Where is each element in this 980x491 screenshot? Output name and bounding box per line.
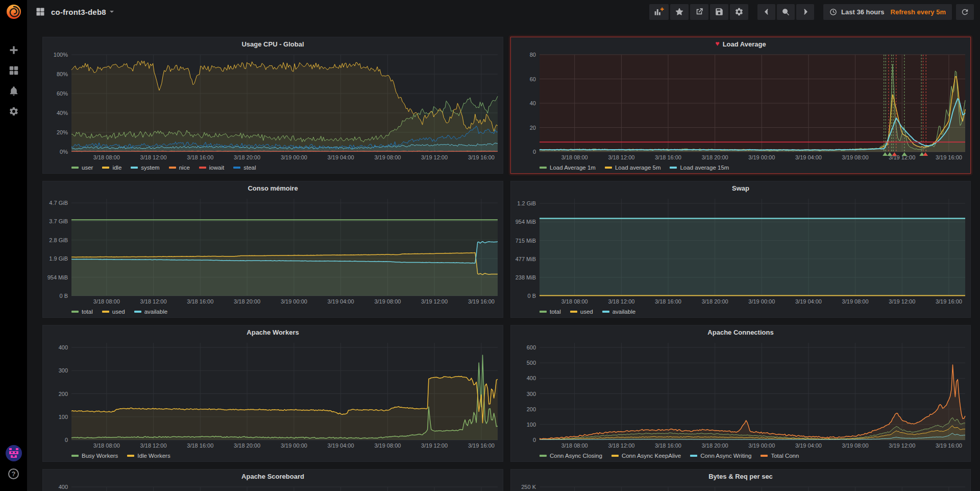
panel-title-bytes-req[interactable]: Bytes & Req per sec	[511, 470, 970, 483]
legend-item[interactable]: Load average 15m	[670, 165, 729, 171]
panel-title-usage-cpu[interactable]: Usage CPU - Global	[43, 37, 503, 51]
grafana-logo-icon[interactable]	[0, 0, 27, 24]
apache-scoreboard-chart[interactable]: 4003/18 08:003/18 12:003/18 16:003/18 20…	[43, 483, 503, 491]
panel-title-memory[interactable]: Conso mémoire	[43, 181, 503, 195]
svg-text:3/19 16:00: 3/19 16:00	[936, 298, 962, 305]
legend-series-color	[540, 455, 547, 457]
svg-text:3/19 08:00: 3/19 08:00	[842, 298, 869, 305]
time-back-button[interactable]	[757, 4, 775, 20]
swap-legend: totalusedavailable	[511, 306, 970, 317]
svg-text:20: 20	[530, 125, 536, 131]
legend-series-label: idle	[112, 165, 121, 171]
refresh-button[interactable]	[956, 4, 974, 20]
add-panel-button[interactable]	[649, 4, 669, 20]
apache-workers-chart[interactable]: 01002003004003/18 08:003/18 12:003/18 16…	[43, 339, 503, 450]
legend-item[interactable]: idle	[102, 165, 121, 171]
swap-chart[interactable]: 0 B238 MiB477 MiB715 MiB954 MiB1.2 GiB3/…	[511, 195, 970, 306]
panel-bytes-req: Bytes & Req per sec 250 K3/18 08:003/18 …	[510, 469, 971, 491]
legend-series-color	[102, 311, 109, 313]
share-button[interactable]	[690, 4, 708, 20]
cpu-chart[interactable]: 0%20%40%60%80%100%3/18 08:003/18 12:003/…	[43, 51, 503, 162]
dashboards-grid-icon[interactable]	[0, 60, 27, 81]
legend-item[interactable]: Conn Async Closing	[540, 453, 602, 459]
dashboard-title[interactable]: co-front3-deb8	[51, 8, 106, 16]
svg-text:3/19 00:00: 3/19 00:00	[748, 298, 775, 305]
panel-title-load-average[interactable]: ♥ Load Average	[511, 37, 970, 51]
svg-text:3/18 08:00: 3/18 08:00	[561, 154, 588, 160]
svg-text:200: 200	[59, 391, 68, 397]
zoom-out-button[interactable]	[777, 4, 795, 20]
svg-text:3/19 00:00: 3/19 00:00	[748, 442, 775, 449]
legend-series-label: total	[82, 309, 93, 315]
legend-series-color	[670, 167, 677, 169]
help-icon[interactable]: ?	[0, 463, 27, 484]
legend-item[interactable]: available	[134, 309, 167, 315]
time-forward-button[interactable]	[796, 4, 814, 20]
legend-item[interactable]: user	[71, 165, 93, 171]
legend-item[interactable]: iowait	[199, 165, 224, 171]
time-picker-button[interactable]: Last 36 hours Refresh every 5m	[823, 4, 952, 20]
save-button[interactable]	[710, 4, 728, 20]
svg-text:300: 300	[59, 367, 68, 373]
svg-text:3/19 08:00: 3/19 08:00	[842, 442, 869, 449]
panel-apache-connections: Apache Connections 01002003004005006003/…	[510, 325, 971, 462]
legend-series-color	[127, 455, 134, 457]
legend-item[interactable]: Conn Async KeepAlive	[611, 453, 681, 459]
memory-chart[interactable]: 0 B954 MiB1.9 GiB2.8 GiB3.7 GiB4.7 GiB3/…	[43, 195, 503, 306]
legend-item[interactable]: used	[570, 309, 593, 315]
svg-text:3/18 12:00: 3/18 12:00	[140, 298, 167, 305]
chevron-down-icon[interactable]	[110, 11, 114, 13]
legend-item[interactable]: used	[102, 309, 125, 315]
svg-text:100: 100	[527, 422, 536, 428]
star-button[interactable]	[670, 4, 689, 20]
svg-text:954 MiB: 954 MiB	[516, 219, 536, 225]
legend-series-label: Idle Workers	[137, 453, 170, 459]
svg-text:3/19 12:00: 3/19 12:00	[421, 442, 448, 449]
svg-text:3/19 00:00: 3/19 00:00	[281, 442, 307, 449]
legend-series-color	[134, 311, 141, 313]
panel-title-apache-workers[interactable]: Apache Workers	[43, 325, 503, 339]
svg-text:3/18 12:00: 3/18 12:00	[608, 442, 634, 449]
alerting-bell-icon[interactable]	[0, 81, 27, 101]
legend-item[interactable]: Conn Async Writing	[690, 453, 751, 459]
bytes-req-chart[interactable]: 250 K3/18 08:003/18 12:003/18 16:003/18 …	[511, 483, 970, 491]
apache-connections-chart[interactable]: 01002003004005006003/18 08:003/18 12:003…	[511, 339, 970, 450]
svg-text:477 MiB: 477 MiB	[516, 256, 536, 262]
svg-text:40%: 40%	[57, 110, 68, 116]
legend-item[interactable]: system	[131, 165, 159, 171]
panel-title-apache-scoreboard[interactable]: Apache Scoreboard	[43, 470, 503, 483]
add-menu-icon[interactable]	[0, 40, 27, 60]
legend-item[interactable]: Total Conn	[761, 453, 799, 459]
svg-text:3/18 12:00: 3/18 12:00	[140, 442, 167, 449]
legend-item[interactable]: total	[540, 309, 561, 315]
svg-text:3/19 00:00: 3/19 00:00	[281, 298, 307, 305]
load-average-chart[interactable]: 0204060803/18 08:003/18 12:003/18 16:003…	[511, 51, 970, 162]
user-avatar[interactable]	[0, 443, 27, 463]
legend-series-color	[611, 455, 619, 457]
dashboard-squares-icon[interactable]	[35, 7, 45, 17]
svg-text:3/19 04:00: 3/19 04:00	[328, 442, 354, 449]
panel-usage-cpu: Usage CPU - Global 0%20%40%60%80%100%3/1…	[42, 37, 503, 174]
legend-item[interactable]: Idle Workers	[127, 453, 170, 459]
panel-title-apache-connections[interactable]: Apache Connections	[511, 325, 970, 339]
legend-series-label: used	[580, 309, 593, 315]
legend-series-label: Conn Async Closing	[550, 453, 602, 459]
legend-item[interactable]: total	[71, 309, 93, 315]
legend-item[interactable]: steal	[233, 165, 256, 171]
legend-item[interactable]: nice	[169, 165, 190, 171]
svg-text:2.8 GiB: 2.8 GiB	[49, 237, 68, 243]
legend-item[interactable]: Load average 5m	[605, 165, 661, 171]
svg-text:40: 40	[530, 100, 536, 106]
legend-series-color	[690, 455, 697, 457]
svg-text:954 MiB: 954 MiB	[47, 274, 68, 280]
panel-title-text: Conso mémoire	[248, 184, 298, 192]
legend-item[interactable]: Load Average 1m	[540, 165, 596, 171]
panel-title-text: Apache Connections	[707, 329, 773, 336]
legend-item[interactable]: Busy Workers	[71, 453, 118, 459]
legend-series-color	[71, 311, 79, 313]
svg-text:3/18 20:00: 3/18 20:00	[702, 154, 728, 160]
settings-button[interactable]	[730, 4, 748, 20]
panel-title-swap[interactable]: Swap	[511, 181, 970, 195]
legend-item[interactable]: available	[602, 309, 635, 315]
settings-gear-icon[interactable]	[0, 101, 27, 122]
